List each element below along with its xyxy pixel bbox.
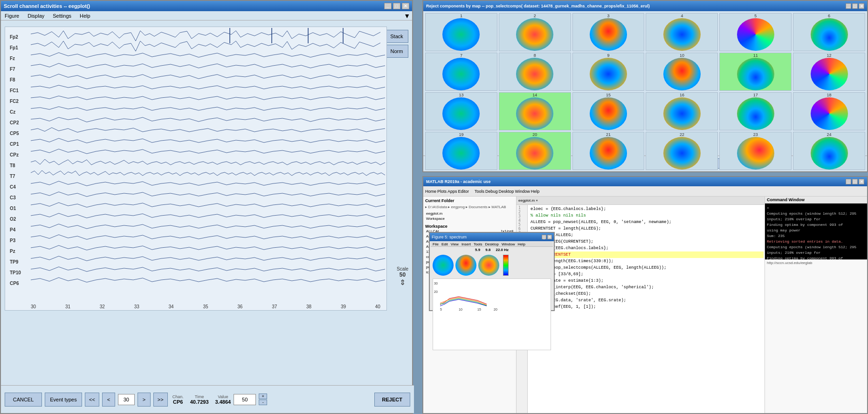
event-types-button[interactable]: Event types xyxy=(45,393,82,407)
close-button[interactable]: ✕ xyxy=(402,3,409,9)
ml-help[interactable]: Help xyxy=(531,189,540,194)
topo-19-label: 19 xyxy=(459,132,463,137)
matlab-close-btn[interactable]: ✕ xyxy=(859,179,864,184)
cp2-wave xyxy=(31,117,385,122)
topo-21[interactable]: 21 xyxy=(572,132,645,170)
topo-6[interactable]: 6 xyxy=(793,13,865,51)
code-19: eeglab; xyxy=(529,310,764,317)
topo-17[interactable]: 17 xyxy=(719,92,792,130)
file-eegplot[interactable]: eegplot.m xyxy=(425,211,514,216)
ml-apps[interactable]: Apps xyxy=(448,189,457,194)
nav-prev-prev-button[interactable]: << xyxy=(85,393,99,407)
file-workspace[interactable]: Workspace xyxy=(425,216,514,221)
reject-max-btn[interactable]: □ xyxy=(852,3,858,9)
matlab-min-btn[interactable]: _ xyxy=(846,179,851,184)
menu-settings[interactable]: Settings xyxy=(51,13,73,19)
fig-desktop[interactable]: Desktop xyxy=(485,242,499,246)
nav-next-next-button[interactable]: >> xyxy=(153,393,168,407)
menu-figure[interactable]: Figure xyxy=(3,13,21,19)
value-label: Value xyxy=(218,394,228,399)
maximize-button[interactable]: □ xyxy=(393,3,400,9)
ml-home[interactable]: Home xyxy=(425,189,436,194)
topo-20[interactable]: 20 xyxy=(499,132,571,170)
code-8: ALLEES = {EEG.chanlocs.labels}; xyxy=(529,245,764,251)
x-axis: 30 31 32 33 34 35 36 37 38 39 40 xyxy=(31,304,380,310)
topo-3[interactable]: 3 xyxy=(572,13,645,51)
ml-editor[interactable]: Editor xyxy=(458,189,469,194)
fig-edit[interactable]: Edit xyxy=(441,242,448,246)
chan-label: Chan. xyxy=(172,394,184,399)
current-folder-label: Current Folder xyxy=(425,198,514,203)
minimize-button[interactable]: _ xyxy=(384,3,392,9)
topo-4[interactable]: 4 xyxy=(646,13,718,51)
x-35: 35 xyxy=(203,304,208,309)
fig-close-btn[interactable]: ✕ xyxy=(547,235,552,239)
reject-titlebar: Reject components by map -- pop_selectco… xyxy=(423,1,867,11)
scale-input[interactable] xyxy=(234,394,256,405)
topo-9[interactable]: 9 xyxy=(572,53,645,91)
nav-value-input[interactable] xyxy=(118,394,135,405)
reject-button[interactable]: REJECT xyxy=(374,393,410,407)
topo-24[interactable]: 24 xyxy=(793,132,865,170)
topo-11[interactable]: 11 xyxy=(719,53,792,91)
topo-14[interactable]: 14 xyxy=(499,92,571,130)
fig-insert[interactable]: Insert xyxy=(462,242,471,246)
code-6: EEG = ALLEEG(CURRENTSET); xyxy=(529,238,764,245)
matlab-toolbar: Home Plots Apps Editor Tools Debug Deskt… xyxy=(423,186,867,197)
console-5: using may power xyxy=(767,228,865,233)
ml-desktop[interactable]: Desktop xyxy=(499,189,514,194)
topo-18[interactable]: 18 xyxy=(793,92,865,130)
ml-debug[interactable]: Debug xyxy=(485,189,498,194)
menu-help[interactable]: Help xyxy=(78,13,92,19)
fig-view[interactable]: View xyxy=(451,242,459,246)
reject-close-btn[interactable]: ✕ xyxy=(859,3,864,9)
plus-button[interactable]: + xyxy=(259,394,267,399)
fig-file[interactable]: File xyxy=(433,242,439,246)
norm-button[interactable]: Norm xyxy=(385,45,408,58)
topo-15[interactable]: 15 xyxy=(572,92,645,130)
topo-12[interactable]: 12 xyxy=(793,53,865,91)
topo-3-label: 3 xyxy=(607,14,610,18)
pz-wave xyxy=(31,245,385,250)
topo-10[interactable]: 10 xyxy=(646,53,718,91)
code-11: fre = 1:length(EEG.times(339:8)); xyxy=(529,258,764,265)
topo-23[interactable]: 23 xyxy=(719,132,792,170)
topo-15-label: 15 xyxy=(606,93,611,97)
topo-13-label: 13 xyxy=(459,93,463,97)
fig-help[interactable]: Help xyxy=(517,242,525,246)
minus-button[interactable]: - xyxy=(259,400,267,405)
topo-1[interactable]: 1 xyxy=(425,13,497,51)
ml-plots[interactable]: Plots xyxy=(437,189,447,194)
eeg-arrow[interactable]: ▼ xyxy=(404,12,410,20)
code-15: EEG = pop_interp(EEG, EEG.chanlocs, 'sph… xyxy=(529,284,764,291)
fig-tools[interactable]: Tools xyxy=(474,242,482,246)
fig-window[interactable]: Window xyxy=(502,242,515,246)
nav-next-button[interactable]: > xyxy=(138,393,151,407)
ml-tools[interactable]: Tools xyxy=(475,189,484,194)
topo-13[interactable]: 13 xyxy=(425,92,497,130)
topo-5[interactable]: 5 xyxy=(719,13,792,51)
topo-8[interactable]: 8 xyxy=(499,53,571,91)
topo-16[interactable]: 16 xyxy=(646,92,718,130)
topo-2-map xyxy=(516,18,553,51)
topo-22[interactable]: 22 xyxy=(646,132,718,170)
topo-2[interactable]: 2 xyxy=(499,13,571,51)
topo-19[interactable]: 19 xyxy=(425,132,497,170)
nav-prev-button[interactable]: < xyxy=(102,393,115,407)
menu-display[interactable]: Display xyxy=(26,13,46,19)
code-3: ALLEEG = pop_newset(ALLEEG, EEG, 0, 'set… xyxy=(529,219,764,225)
topo-17-label: 17 xyxy=(753,93,758,97)
reject-min-btn[interactable]: _ xyxy=(846,3,851,9)
x-5: 5 xyxy=(440,308,442,311)
console-9: Computing epochs (window length 512; 295 xyxy=(767,244,865,250)
cancel-button[interactable]: CANCEL xyxy=(5,393,42,407)
matlab-max-btn[interactable]: □ xyxy=(852,179,858,184)
topo-7[interactable]: 7 xyxy=(425,53,497,91)
console-2: Computing epochs (window length 512; 295 xyxy=(767,211,865,217)
code-9: pca = CURRENTSET xyxy=(529,251,764,258)
cmd-window-label: Command Window xyxy=(765,197,867,204)
x-31: 31 xyxy=(65,304,70,309)
stack-button[interactable]: Stack xyxy=(385,30,408,43)
fig-min-btn[interactable]: _ xyxy=(542,235,546,239)
ml-window[interactable]: Window xyxy=(515,189,530,194)
